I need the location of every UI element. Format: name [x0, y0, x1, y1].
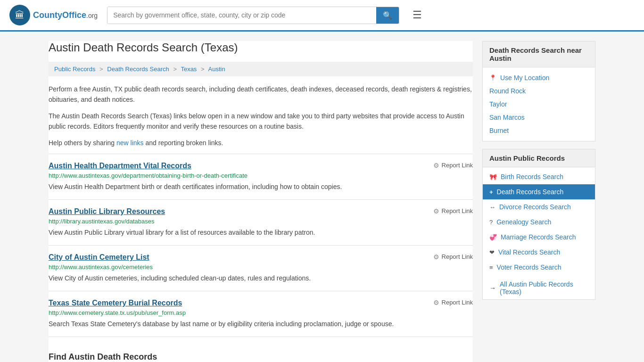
result-desc: Search Texas State Cemetery's database b…	[49, 319, 473, 329]
sidebar-nearby-box: Death Records Search near Austin 📍 Use M…	[482, 41, 595, 141]
logo-county: County	[33, 10, 62, 20]
description-para2: The Austin Death Records Search (Texas) …	[49, 111, 473, 132]
sidebar: Death Records Search near Austin 📍 Use M…	[482, 41, 595, 362]
report-link-button[interactable]: ⚙ Report Link	[433, 299, 473, 306]
result-desc: View City of Austin cemeteries, includin…	[49, 273, 473, 283]
report-icon: ⚙	[433, 253, 439, 261]
report-icon: ⚙	[433, 162, 439, 169]
location-link-taylor[interactable]: Taylor	[489, 100, 507, 108]
find-section: Find Austin Death Records	[49, 337, 473, 362]
result-title[interactable]: Austin Public Library Resources	[49, 207, 165, 216]
sidebar-record-death[interactable]: + Death Records Search	[483, 184, 595, 199]
report-link-button[interactable]: ⚙ Report Link	[433, 207, 473, 215]
breadcrumb-public-records[interactable]: Public Records	[54, 66, 95, 73]
genealogy-icon: ?	[489, 219, 493, 226]
new-links-link[interactable]: new links	[116, 139, 144, 147]
find-section-title: Find Austin Death Records	[49, 345, 473, 362]
description-para3: Help others by sharing new links and rep…	[49, 138, 473, 148]
sidebar-records-list: 🎀 Birth Records Search + Death Records S…	[483, 167, 595, 277]
sidebar-record-divorce[interactable]: ↔ Divorce Records Search	[483, 199, 595, 214]
divorce-records-link[interactable]: Divorce Records Search	[499, 203, 571, 211]
location-pin-icon: 📍	[489, 74, 496, 81]
result-header: Texas State Cemetery Burial Records ⚙ Re…	[49, 299, 473, 307]
sidebar-location-item[interactable]: Taylor	[483, 98, 595, 111]
sidebar-location-item[interactable]: Round Rock	[483, 84, 595, 98]
report-icon: ⚙	[433, 299, 439, 306]
result-url[interactable]: http://www.austintexas.gov/cemeteries	[49, 263, 473, 271]
report-label: Report Link	[442, 162, 473, 169]
logo-link[interactable]: 🏛 CountyOffice.org	[9, 5, 98, 25]
breadcrumb-texas[interactable]: Texas	[181, 66, 197, 73]
sidebar-location-item[interactable]: San Marcos	[483, 111, 595, 124]
page-title: Austin Death Records Search (Texas)	[49, 41, 473, 54]
sidebar-record-genealogy[interactable]: ? Genealogy Search	[483, 214, 595, 230]
hamburger-menu-button[interactable]: ☰	[409, 7, 426, 23]
breadcrumb-austin[interactable]: Austin	[208, 66, 225, 73]
sidebar-public-records-box: Austin Public Records 🎀 Birth Records Se…	[482, 149, 595, 300]
sidebar-location-list: 📍 Use My Location Round Rock Taylor San …	[483, 67, 595, 141]
breadcrumb-sep-1: >	[99, 66, 103, 73]
voter-records-link[interactable]: Voter Records Search	[497, 263, 561, 271]
genealogy-link[interactable]: Genealogy Search	[496, 218, 551, 226]
arrow-right-icon: →	[489, 284, 496, 292]
breadcrumb: Public Records > Death Records Search > …	[49, 62, 473, 76]
sidebar-record-vital[interactable]: ❤ Vital Records Search	[483, 245, 595, 260]
result-header: City of Austin Cemetery List ⚙ Report Li…	[49, 253, 473, 262]
result-header: Austin Public Library Resources ⚙ Report…	[49, 207, 473, 216]
sidebar-record-birth[interactable]: 🎀 Birth Records Search	[483, 169, 595, 184]
use-my-location-link[interactable]: Use My Location	[500, 74, 549, 82]
birth-records-icon: 🎀	[489, 173, 497, 181]
location-link-sanmarcos[interactable]: San Marcos	[489, 114, 525, 121]
vital-records-link[interactable]: Vital Records Search	[498, 248, 560, 256]
sidebar-nearby-title: Death Records Search near Austin	[483, 41, 595, 67]
desc-para3-prefix: Help others by sharing	[49, 139, 116, 147]
result-url[interactable]: http://www.cemetery.state.tx.us/pub/user…	[49, 309, 473, 316]
result-url[interactable]: http://library.austintexas.gov/databases	[49, 218, 473, 225]
birth-records-link[interactable]: Birth Records Search	[501, 173, 563, 181]
search-bar: 🔍	[107, 7, 399, 24]
sidebar-record-marriage[interactable]: 💞 Marriage Records Search	[483, 230, 595, 245]
location-link-roundrock[interactable]: Round Rock	[489, 87, 526, 95]
sidebar-all-records[interactable]: → All Austin Public Records (Texas)	[483, 277, 595, 299]
result-url[interactable]: http://www.austintexas.gov/department/ob…	[49, 172, 473, 179]
logo-tld: .org	[86, 12, 98, 19]
report-label: Report Link	[442, 253, 473, 260]
sidebar-record-voter[interactable]: ≡ Voter Records Search	[483, 260, 595, 275]
death-records-link[interactable]: Death Records Search	[497, 188, 564, 196]
sidebar-use-location[interactable]: 📍 Use My Location	[483, 71, 595, 84]
voter-records-icon: ≡	[489, 264, 493, 271]
content-area: Austin Death Records Search (Texas) Publ…	[49, 41, 473, 362]
report-link-button[interactable]: ⚙ Report Link	[433, 162, 473, 169]
vital-records-icon: ❤	[489, 249, 495, 256]
marriage-records-link[interactable]: Marriage Records Search	[501, 233, 576, 241]
breadcrumb-sep-3: >	[201, 66, 205, 73]
result-title[interactable]: Austin Health Department Vital Records	[49, 162, 191, 170]
logo-office: Office	[62, 10, 86, 20]
result-item: Texas State Cemetery Burial Records ⚙ Re…	[49, 291, 473, 337]
report-label: Report Link	[442, 299, 473, 306]
marriage-records-icon: 💞	[489, 234, 497, 241]
breadcrumb-sep-2: >	[173, 66, 177, 73]
all-records-link[interactable]: All Austin Public Records (Texas)	[500, 280, 588, 296]
report-link-button[interactable]: ⚙ Report Link	[433, 253, 473, 261]
death-records-icon: +	[489, 189, 493, 196]
search-button[interactable]: 🔍	[376, 7, 399, 24]
result-item: City of Austin Cemetery List ⚙ Report Li…	[49, 245, 473, 291]
site-header: 🏛 CountyOffice.org 🔍 ☰	[0, 0, 644, 32]
result-title[interactable]: City of Austin Cemetery List	[49, 253, 149, 262]
result-desc: View Austin Health Department birth or d…	[49, 182, 473, 192]
search-input[interactable]	[107, 7, 376, 24]
main-container: Austin Death Records Search (Texas) Publ…	[39, 32, 605, 362]
result-desc: View Austin Public Library virtual libra…	[49, 228, 473, 238]
sidebar-location-item[interactable]: Burnet	[483, 124, 595, 137]
report-label: Report Link	[442, 207, 473, 214]
breadcrumb-death-records[interactable]: Death Records Search	[107, 66, 169, 73]
result-item: Austin Health Department Vital Records ⚙…	[49, 154, 473, 199]
sidebar-public-records-title: Austin Public Records	[483, 149, 595, 167]
divorce-records-icon: ↔	[489, 204, 495, 211]
description-para1: Perform a free Austin, TX public death r…	[49, 84, 473, 105]
location-link-burnet[interactable]: Burnet	[489, 127, 509, 134]
result-title[interactable]: Texas State Cemetery Burial Records	[49, 299, 182, 307]
result-item: Austin Public Library Resources ⚙ Report…	[49, 199, 473, 245]
logo-icon: 🏛	[9, 5, 30, 25]
